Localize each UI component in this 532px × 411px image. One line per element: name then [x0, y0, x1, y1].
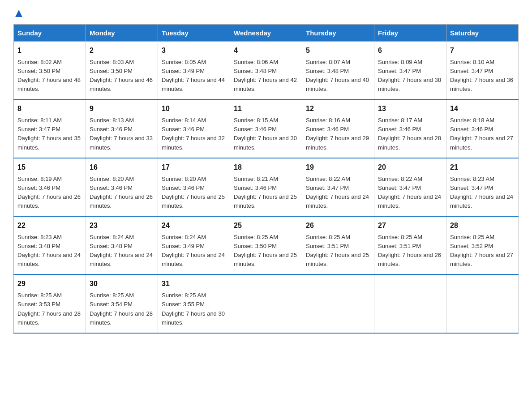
- calendar-cell: [374, 274, 446, 333]
- day-number: 24: [162, 220, 226, 231]
- calendar-cell: 5Sunrise: 8:07 AMSunset: 3:48 PMDaylight…: [302, 42, 374, 100]
- calendar-cell: 29Sunrise: 8:25 AMSunset: 3:53 PMDayligh…: [14, 274, 86, 333]
- calendar-cell: 22Sunrise: 8:23 AMSunset: 3:48 PMDayligh…: [14, 216, 86, 274]
- calendar-cell: 13Sunrise: 8:17 AMSunset: 3:46 PMDayligh…: [374, 99, 446, 158]
- day-number: 29: [17, 278, 82, 290]
- weekday-header-thursday: Thursday: [302, 25, 374, 42]
- day-number: 14: [450, 103, 515, 115]
- calendar-cell: 27Sunrise: 8:25 AMSunset: 3:51 PMDayligh…: [374, 216, 446, 274]
- weekday-header-row: SundayMondayTuesdayWednesdayThursdayFrid…: [14, 25, 519, 42]
- day-number: 26: [306, 220, 370, 231]
- day-number: 4: [234, 45, 298, 56]
- calendar-week-row: 15Sunrise: 8:19 AMSunset: 3:46 PMDayligh…: [14, 158, 519, 216]
- calendar-cell: 6Sunrise: 8:09 AMSunset: 3:47 PMDaylight…: [374, 42, 446, 100]
- day-number: 23: [90, 220, 154, 231]
- day-number: 11: [234, 103, 298, 115]
- logo-triangle-icon: [14, 9, 23, 18]
- calendar-cell: [302, 274, 374, 333]
- day-number: 17: [162, 162, 226, 173]
- day-number: 13: [378, 103, 442, 115]
- day-number: 1: [17, 45, 82, 56]
- day-number: 3: [162, 45, 226, 56]
- calendar-week-row: 1Sunrise: 8:02 AMSunset: 3:50 PMDaylight…: [14, 42, 519, 100]
- day-number: 28: [450, 220, 515, 231]
- day-number: 9: [90, 103, 154, 115]
- page-header: [13, 9, 519, 16]
- day-number: 8: [17, 103, 82, 115]
- day-number: 6: [378, 45, 442, 56]
- calendar-cell: 21Sunrise: 8:23 AMSunset: 3:47 PMDayligh…: [446, 158, 519, 216]
- calendar-cell: 16Sunrise: 8:20 AMSunset: 3:46 PMDayligh…: [86, 158, 158, 216]
- day-number: 16: [90, 162, 154, 173]
- weekday-header-saturday: Saturday: [446, 25, 519, 42]
- day-number: 5: [306, 45, 370, 56]
- calendar-cell: 9Sunrise: 8:13 AMSunset: 3:46 PMDaylight…: [86, 99, 158, 158]
- calendar-cell: [230, 274, 302, 333]
- day-number: 21: [450, 162, 515, 173]
- calendar-cell: 8Sunrise: 8:11 AMSunset: 3:47 PMDaylight…: [14, 99, 86, 158]
- calendar-cell: 17Sunrise: 8:20 AMSunset: 3:46 PMDayligh…: [158, 158, 230, 216]
- calendar-week-row: 8Sunrise: 8:11 AMSunset: 3:47 PMDaylight…: [14, 99, 519, 158]
- calendar-cell: 18Sunrise: 8:21 AMSunset: 3:46 PMDayligh…: [230, 158, 302, 216]
- calendar-cell: 19Sunrise: 8:22 AMSunset: 3:47 PMDayligh…: [302, 158, 374, 216]
- calendar-cell: 15Sunrise: 8:19 AMSunset: 3:46 PMDayligh…: [14, 158, 86, 216]
- calendar-cell: 26Sunrise: 8:25 AMSunset: 3:51 PMDayligh…: [302, 216, 374, 274]
- calendar-week-row: 22Sunrise: 8:23 AMSunset: 3:48 PMDayligh…: [14, 216, 519, 274]
- calendar-cell: 11Sunrise: 8:15 AMSunset: 3:46 PMDayligh…: [230, 99, 302, 158]
- day-number: 30: [90, 278, 154, 290]
- day-number: 25: [234, 220, 298, 231]
- day-number: 15: [17, 162, 82, 173]
- calendar-cell: 12Sunrise: 8:16 AMSunset: 3:46 PMDayligh…: [302, 99, 374, 158]
- day-number: 20: [378, 162, 442, 173]
- calendar-cell: 30Sunrise: 8:25 AMSunset: 3:54 PMDayligh…: [86, 274, 158, 333]
- calendar-cell: 24Sunrise: 8:24 AMSunset: 3:49 PMDayligh…: [158, 216, 230, 274]
- weekday-header-sunday: Sunday: [14, 25, 86, 42]
- calendar-cell: 20Sunrise: 8:22 AMSunset: 3:47 PMDayligh…: [374, 158, 446, 216]
- weekday-header-tuesday: Tuesday: [158, 25, 230, 42]
- day-number: 10: [162, 103, 226, 115]
- calendar-cell: 10Sunrise: 8:14 AMSunset: 3:46 PMDayligh…: [158, 99, 230, 158]
- calendar-week-row: 29Sunrise: 8:25 AMSunset: 3:53 PMDayligh…: [14, 274, 519, 333]
- calendar-cell: 23Sunrise: 8:24 AMSunset: 3:48 PMDayligh…: [86, 216, 158, 274]
- weekday-header-friday: Friday: [374, 25, 446, 42]
- day-number: 7: [450, 45, 515, 56]
- day-number: 18: [234, 162, 298, 173]
- day-number: 27: [378, 220, 442, 231]
- calendar-cell: 28Sunrise: 8:25 AMSunset: 3:52 PMDayligh…: [446, 216, 519, 274]
- logo: [13, 9, 23, 16]
- day-number: 12: [306, 103, 370, 115]
- calendar-table: SundayMondayTuesdayWednesdayThursdayFrid…: [13, 24, 519, 334]
- calendar-cell: 14Sunrise: 8:18 AMSunset: 3:46 PMDayligh…: [446, 99, 519, 158]
- calendar-cell: 31Sunrise: 8:25 AMSunset: 3:55 PMDayligh…: [158, 274, 230, 333]
- day-number: 19: [306, 162, 370, 173]
- calendar-cell: 3Sunrise: 8:05 AMSunset: 3:49 PMDaylight…: [158, 42, 230, 100]
- svg-marker-0: [15, 10, 22, 17]
- day-number: 22: [17, 220, 82, 231]
- calendar-cell: 25Sunrise: 8:25 AMSunset: 3:50 PMDayligh…: [230, 216, 302, 274]
- calendar-cell: 1Sunrise: 8:02 AMSunset: 3:50 PMDaylight…: [14, 42, 86, 100]
- weekday-header-wednesday: Wednesday: [230, 25, 302, 42]
- day-number: 2: [90, 45, 154, 56]
- calendar-cell: [446, 274, 519, 333]
- day-number: 31: [162, 278, 226, 290]
- weekday-header-monday: Monday: [86, 25, 158, 42]
- calendar-cell: 7Sunrise: 8:10 AMSunset: 3:47 PMDaylight…: [446, 42, 519, 100]
- calendar-cell: 4Sunrise: 8:06 AMSunset: 3:48 PMDaylight…: [230, 42, 302, 100]
- calendar-cell: 2Sunrise: 8:03 AMSunset: 3:50 PMDaylight…: [86, 42, 158, 100]
